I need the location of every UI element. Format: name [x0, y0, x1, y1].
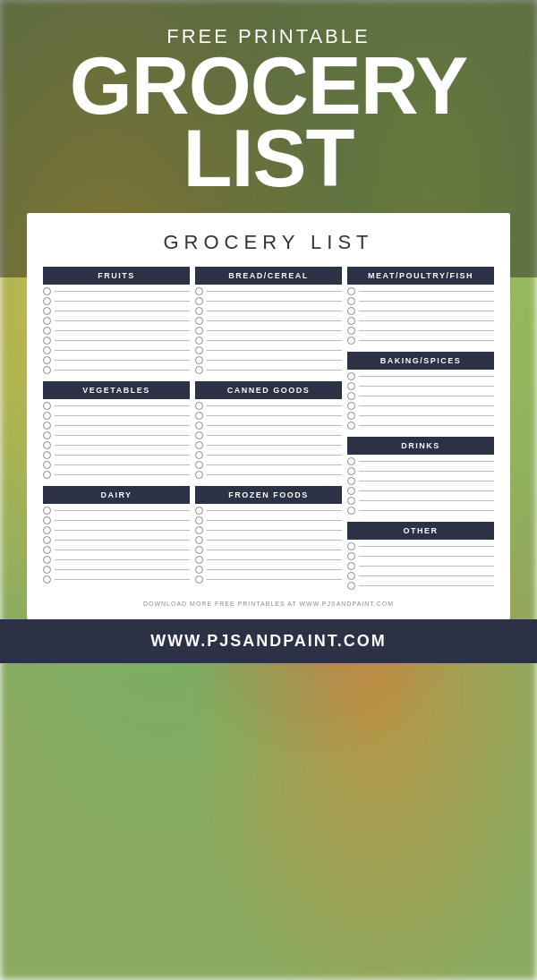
checkbox[interactable] [195, 356, 203, 364]
checkbox[interactable] [195, 422, 203, 430]
list-item [347, 412, 494, 420]
checkbox[interactable] [195, 307, 203, 315]
checkbox[interactable] [347, 317, 355, 325]
checkbox[interactable] [195, 287, 203, 295]
checkbox[interactable] [43, 431, 51, 439]
checkbox[interactable] [195, 366, 203, 374]
checkbox[interactable] [43, 575, 51, 584]
checkbox[interactable] [43, 297, 51, 305]
checkbox[interactable] [347, 402, 355, 410]
checkbox[interactable] [43, 307, 51, 315]
checkbox[interactable] [347, 477, 355, 485]
checkbox[interactable] [195, 546, 203, 554]
line [207, 360, 342, 361]
checkbox[interactable] [195, 327, 203, 335]
checkbox[interactable] [347, 392, 355, 400]
checkbox[interactable] [195, 461, 203, 469]
line [359, 510, 494, 511]
checkbox[interactable] [195, 412, 203, 420]
line [207, 370, 342, 371]
checkbox[interactable] [347, 422, 355, 430]
checkbox[interactable] [43, 287, 51, 295]
line [55, 291, 190, 292]
checkbox[interactable] [195, 402, 203, 410]
checkbox[interactable] [43, 441, 51, 449]
checkbox[interactable] [43, 556, 51, 564]
checkbox[interactable] [195, 337, 203, 345]
checkbox[interactable] [43, 451, 51, 459]
checkbox[interactable] [347, 542, 355, 550]
checkbox[interactable] [347, 412, 355, 420]
list-item [195, 346, 342, 354]
checkbox[interactable] [347, 372, 355, 380]
checkbox[interactable] [43, 317, 51, 325]
list-item [43, 546, 190, 554]
checkbox[interactable] [43, 412, 51, 420]
checkbox[interactable] [195, 441, 203, 449]
list-item [347, 422, 494, 430]
sections-grid: FRUITS VEGETABLES DAIRY [43, 267, 494, 592]
checkbox[interactable] [43, 546, 51, 554]
checkbox[interactable] [347, 337, 355, 345]
checkbox[interactable] [195, 451, 203, 459]
line [55, 520, 190, 521]
checkbox[interactable] [195, 575, 203, 584]
list-item [43, 556, 190, 564]
checkbox[interactable] [43, 366, 51, 374]
checkbox[interactable] [347, 297, 355, 305]
checkbox[interactable] [347, 507, 355, 515]
checkbox[interactable] [43, 422, 51, 430]
section-header-drinks: DRINKS [347, 437, 494, 455]
checkbox[interactable] [195, 536, 203, 544]
checkbox[interactable] [43, 471, 51, 479]
checkbox[interactable] [195, 566, 203, 574]
checkbox[interactable] [347, 572, 355, 580]
list-item [43, 461, 190, 469]
list-item [195, 287, 342, 295]
list-item [43, 356, 190, 364]
checkbox[interactable] [43, 402, 51, 410]
checkbox[interactable] [347, 327, 355, 335]
checkbox[interactable] [347, 487, 355, 495]
checkbox[interactable] [347, 562, 355, 570]
checkbox[interactable] [43, 536, 51, 544]
checkbox[interactable] [195, 516, 203, 524]
list-item [195, 575, 342, 584]
line [359, 320, 494, 321]
checkbox[interactable] [195, 507, 203, 515]
checkbox[interactable] [43, 507, 51, 515]
checkbox[interactable] [347, 582, 355, 590]
checkbox[interactable] [195, 346, 203, 354]
checkbox[interactable] [195, 471, 203, 479]
line [207, 340, 342, 341]
checkbox[interactable] [347, 307, 355, 315]
checkbox[interactable] [347, 382, 355, 390]
checkbox[interactable] [43, 461, 51, 469]
checkbox[interactable] [43, 337, 51, 345]
line [359, 291, 494, 292]
checkbox[interactable] [43, 346, 51, 354]
checkbox[interactable] [195, 526, 203, 534]
checkbox[interactable] [195, 297, 203, 305]
checkbox[interactable] [43, 327, 51, 335]
list-item [195, 337, 342, 345]
checkbox[interactable] [347, 287, 355, 295]
checkbox[interactable] [43, 356, 51, 364]
checkbox[interactable] [43, 566, 51, 574]
list-item [347, 562, 494, 570]
checkbox[interactable] [195, 556, 203, 564]
line [359, 481, 494, 481]
checkbox[interactable] [43, 516, 51, 524]
checkbox[interactable] [347, 457, 355, 465]
checkbox[interactable] [347, 497, 355, 505]
list-item [195, 566, 342, 574]
line [207, 540, 342, 541]
section-header-vegetables: VEGETABLES [43, 381, 190, 399]
checkbox[interactable] [43, 526, 51, 534]
checkbox[interactable] [195, 431, 203, 439]
checkbox[interactable] [347, 552, 355, 560]
checkbox[interactable] [347, 467, 355, 475]
line [55, 464, 190, 465]
line [55, 360, 190, 361]
checkbox[interactable] [195, 317, 203, 325]
